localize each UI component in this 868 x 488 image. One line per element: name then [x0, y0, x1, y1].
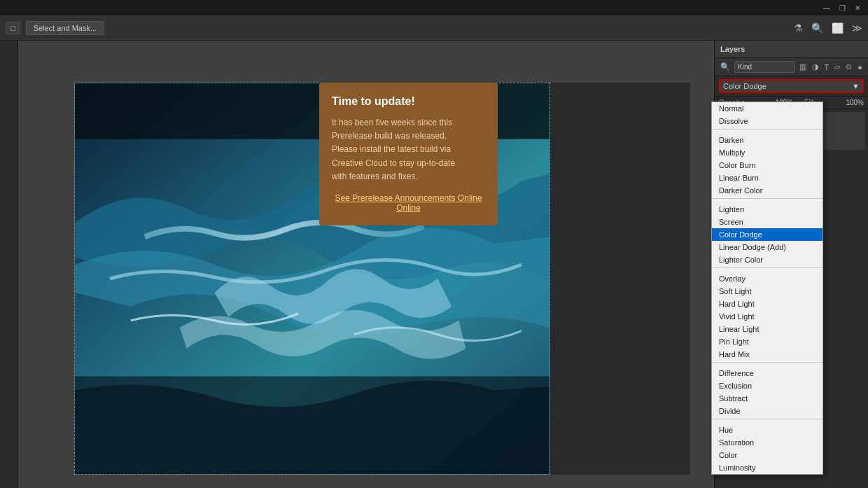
- blend-menu-divider: [712, 362, 822, 365]
- blend-item-lighter_color[interactable]: Lighter Color: [712, 253, 822, 266]
- prerelease-link[interactable]: See Prerelease Announcements OnlineOnlin…: [332, 193, 485, 213]
- blend-item-normal[interactable]: Normal: [712, 102, 822, 115]
- flask-icon[interactable]: ⚗: [794, 22, 803, 34]
- blend-menu-divider: [712, 129, 822, 132]
- blend-menu-divider: [712, 419, 822, 422]
- smart-filter-icon[interactable]: ⊙: [844, 62, 853, 71]
- blend-item-divide[interactable]: Divide: [712, 405, 822, 417]
- notification-title: Time to update!: [332, 95, 485, 108]
- blend-item-soft_light[interactable]: Soft Light: [712, 285, 822, 298]
- kind-filter-dropdown[interactable]: Kind: [734, 61, 795, 73]
- filter-search-icon: 🔍: [719, 62, 732, 71]
- blend-item-linear_light[interactable]: Linear Light: [712, 323, 822, 335]
- shape-filter-icon[interactable]: ▱: [833, 62, 841, 71]
- blend-item-overlay[interactable]: Overlay: [712, 272, 822, 285]
- canvas-dark-region: [550, 83, 690, 475]
- blend-item-hard_light[interactable]: Hard Light: [712, 298, 822, 310]
- blend-item-dissolve[interactable]: Dissolve: [712, 115, 822, 127]
- left-tool-panel: [0, 41, 18, 488]
- tool-icon: □: [6, 22, 20, 34]
- blend-item-multiply[interactable]: Multiply: [712, 146, 822, 159]
- maximize-button[interactable]: ❐: [837, 3, 847, 13]
- blend-item-darken[interactable]: Darken: [712, 134, 822, 146]
- blend-item-screen[interactable]: Screen: [712, 216, 822, 228]
- search-icon[interactable]: 🔍: [811, 22, 823, 34]
- blend-item-hard_mix[interactable]: Hard Mix: [712, 348, 822, 361]
- adjustment-filter-icon[interactable]: ◑: [811, 62, 820, 71]
- blend-menu-divider: [712, 198, 822, 202]
- notification-popup: Time to update! It has been five weeks s…: [319, 83, 498, 225]
- blend-item-darker_color[interactable]: Darker Color: [712, 184, 822, 197]
- blend-item-luminosity[interactable]: Luminosity: [712, 461, 822, 474]
- filter-toggle[interactable]: ●: [856, 63, 864, 71]
- blend-mode-row: Color Dodge ▼: [715, 76, 868, 97]
- toolbar: □ Select and Mask... ⚗ 🔍 ⬜ ≫: [0, 15, 868, 41]
- blend-item-vivid_light[interactable]: Vivid Light: [712, 310, 822, 323]
- toolbar-right: ⚗ 🔍 ⬜ ≫: [794, 22, 862, 34]
- blend-mode-dropdown[interactable]: Color Dodge ▼: [719, 79, 864, 93]
- blend-mode-menu: NormalDissolveDarkenMultiplyColor BurnLi…: [711, 102, 823, 475]
- blend-item-linear_burn[interactable]: Linear Burn: [712, 172, 822, 184]
- expand-icon[interactable]: ≫: [852, 22, 862, 34]
- blend-item-difference[interactable]: Difference: [712, 367, 822, 379]
- title-bar: — ❐ ✕: [0, 0, 868, 15]
- blend-item-exclusion[interactable]: Exclusion: [712, 379, 822, 392]
- blend-item-color_burn[interactable]: Color Burn: [712, 159, 822, 172]
- layout-icon[interactable]: ⬜: [832, 22, 844, 34]
- notification-body: It has been five weeks since this Prerel…: [332, 116, 485, 183]
- pixel-filter-icon[interactable]: ▥: [798, 62, 808, 71]
- layers-filter-bar: 🔍 Kind ▥ ◑ T ▱ ⊙ ●: [715, 58, 868, 76]
- canvas-area[interactable]: Time to update! It has been five weeks s…: [18, 41, 714, 488]
- select-mask-button[interactable]: Select and Mask...: [26, 21, 105, 35]
- blend-item-color[interactable]: Color: [712, 449, 822, 461]
- close-button[interactable]: ✕: [853, 3, 862, 13]
- fill-value[interactable]: 100%: [846, 99, 864, 106]
- blend-item-lighten[interactable]: Lighten: [712, 203, 822, 216]
- blend-item-subtract[interactable]: Subtract: [712, 392, 822, 405]
- text-filter-icon[interactable]: T: [823, 63, 831, 71]
- blend-item-pin_light[interactable]: Pin Light: [712, 335, 822, 348]
- layers-panel-title: Layers: [715, 41, 868, 58]
- dropdown-chevron: ▼: [852, 82, 860, 90]
- blend-item-saturation[interactable]: Saturation: [712, 436, 822, 449]
- blend-item-color_dodge[interactable]: Color Dodge: [712, 228, 822, 241]
- blend-menu-divider: [712, 267, 822, 271]
- blend-item-hue[interactable]: Hue: [712, 424, 822, 436]
- blend-item-linear_dodge_add[interactable]: Linear Dodge (Add): [712, 241, 822, 253]
- minimize-button[interactable]: —: [822, 3, 832, 13]
